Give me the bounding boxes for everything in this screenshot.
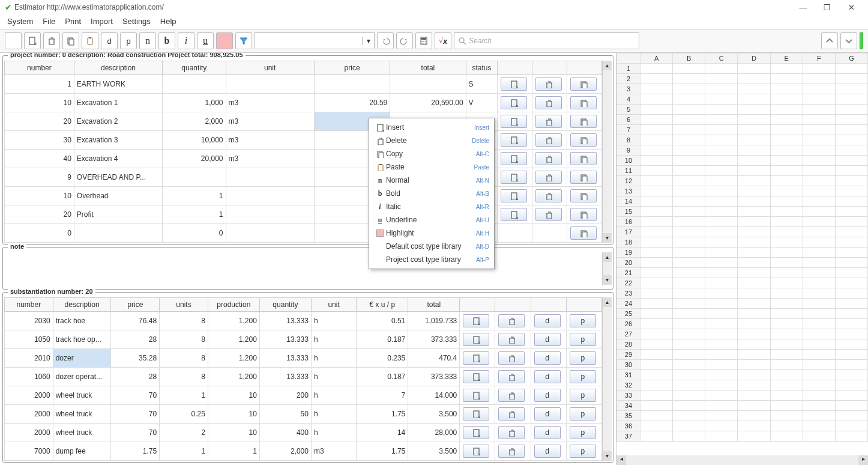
sheet-row-header[interactable]: 16 <box>617 217 640 227</box>
row-insert-button[interactable] <box>501 171 527 184</box>
sheet-cell[interactable] <box>738 166 770 176</box>
sheet-cell[interactable] <box>738 156 770 166</box>
sheet-cell[interactable] <box>705 411 738 421</box>
row-copy-button[interactable] <box>570 115 597 128</box>
row-insert-button[interactable] <box>501 133 527 147</box>
sheet-cell[interactable] <box>835 411 867 421</box>
menu-help[interactable]: Help <box>160 17 176 26</box>
sheet-cell[interactable] <box>673 421 705 431</box>
project-col-header[interactable]: status <box>466 61 498 75</box>
sub-row[interactable]: 1050track hoe op...2881,20013.333h0.1873… <box>5 330 602 349</box>
project-col-header[interactable]: price <box>314 61 390 75</box>
sub-row[interactable]: 2010dozer35.2881,20013.333h0.235470.4dp <box>5 349 602 368</box>
sheet-row-header[interactable]: 36 <box>617 421 640 431</box>
sheet-cell[interactable] <box>640 401 672 411</box>
sub-insert-button[interactable] <box>463 426 489 439</box>
sheet-cell[interactable] <box>738 258 770 268</box>
sheet-cell[interactable] <box>803 84 835 94</box>
new-doc-button[interactable] <box>24 32 41 49</box>
sub-d-button[interactable]: d <box>534 351 561 365</box>
sheet-cell[interactable] <box>640 391 672 401</box>
context-menu[interactable]: InsertInsertDeleteDeleteCopyAlt-CPastePa… <box>369 118 495 269</box>
sheet-cell[interactable] <box>673 74 705 84</box>
sheet-row-header[interactable]: 27 <box>617 329 640 339</box>
sheet-cell[interactable] <box>705 166 738 176</box>
close-button[interactable]: ✕ <box>839 3 863 12</box>
context-menu-item[interactable]: nNormalAlt-N <box>369 174 494 187</box>
sheet-cell[interactable] <box>803 207 835 217</box>
sheet-cell[interactable] <box>770 401 803 411</box>
collapse-up-button[interactable] <box>821 32 838 49</box>
sheet-row-header[interactable]: 10 <box>617 156 640 166</box>
sub-delete-button[interactable] <box>498 407 525 421</box>
sheet-cell[interactable] <box>835 105 867 115</box>
sheet-cell[interactable] <box>673 370 705 380</box>
sheet-cell[interactable] <box>640 319 672 329</box>
context-menu-item[interactable]: CopyAlt-C <box>369 147 494 160</box>
sheet-row-header[interactable]: 20 <box>617 258 640 268</box>
sheet-cell[interactable] <box>803 401 835 411</box>
sub-d-button[interactable]: d <box>534 407 561 421</box>
sheet-row-header[interactable]: 17 <box>617 227 640 237</box>
sheet-cell[interactable] <box>705 329 738 339</box>
sheet-cell[interactable] <box>705 370 738 380</box>
copy-button[interactable] <box>62 32 79 49</box>
undo-button[interactable] <box>377 32 394 49</box>
sheet-cell[interactable] <box>640 105 672 115</box>
normal-button[interactable]: n <box>139 32 156 49</box>
sheet-cell[interactable] <box>770 186 803 196</box>
sheet-cell[interactable] <box>640 217 672 227</box>
sub-p-button[interactable]: p <box>570 314 596 327</box>
sheet-cell[interactable] <box>835 401 867 411</box>
sheet-cell[interactable] <box>738 186 770 196</box>
sheet-cell[interactable] <box>640 186 672 196</box>
sheet-cell[interactable] <box>673 227 705 237</box>
sheet-cell[interactable] <box>640 431 672 442</box>
sheet-cell[interactable] <box>803 217 835 227</box>
sheet-cell[interactable] <box>705 64 738 74</box>
sheet-cell[interactable] <box>770 115 803 125</box>
sheet-cell[interactable] <box>835 278 867 288</box>
sub-delete-button[interactable] <box>498 370 525 383</box>
sheet-row-header[interactable]: 19 <box>617 248 640 258</box>
menu-print[interactable]: Print <box>65 17 81 26</box>
sheet-cell[interactable] <box>705 431 738 442</box>
sub-row[interactable]: 2030track hoe76.4881,20013.333h0.511,019… <box>5 312 602 330</box>
row-delete-button[interactable] <box>535 96 562 109</box>
row-delete-button[interactable] <box>535 78 562 91</box>
maximize-button[interactable]: ❐ <box>815 3 839 12</box>
sheet-cell[interactable] <box>640 268 672 278</box>
sheet-cell[interactable] <box>705 115 738 125</box>
delete-button[interactable] <box>43 32 60 49</box>
sheet-cell[interactable] <box>738 370 770 380</box>
sheet-cell[interactable] <box>705 105 738 115</box>
sheet-cell[interactable] <box>705 145 738 156</box>
calculator-button[interactable] <box>415 32 432 49</box>
sheet-cell[interactable] <box>640 125 672 135</box>
row-insert-button[interactable] <box>501 208 527 221</box>
sheet-row-header[interactable]: 2 <box>617 74 640 84</box>
sub-d-button[interactable]: d <box>534 333 561 346</box>
sub-col-header[interactable]: price <box>111 298 160 312</box>
p-button[interactable]: p <box>120 32 137 49</box>
sheet-cell[interactable] <box>640 278 672 288</box>
sheet-cell[interactable] <box>770 166 803 176</box>
sub-p-button[interactable]: p <box>570 407 596 421</box>
sheet-cell[interactable] <box>738 401 770 411</box>
sheet-cell[interactable] <box>673 329 705 339</box>
sheet-row-header[interactable]: 33 <box>617 391 640 401</box>
sheet-cell[interactable] <box>835 421 867 431</box>
sheet-cell[interactable] <box>835 176 867 186</box>
row-copy-button[interactable] <box>570 96 597 109</box>
sheet-cell[interactable] <box>835 186 867 196</box>
sheet-cell[interactable] <box>640 237 672 248</box>
sheet-cell[interactable] <box>738 391 770 401</box>
sheet-cell[interactable] <box>803 105 835 115</box>
row-copy-button[interactable] <box>570 189 597 202</box>
sheet-cell[interactable] <box>640 176 672 186</box>
sheet-cell[interactable] <box>835 391 867 401</box>
expand-down-button[interactable] <box>840 32 857 49</box>
sheet-cell[interactable] <box>770 135 803 145</box>
sheet-cell[interactable] <box>738 176 770 186</box>
sheet-cell[interactable] <box>770 176 803 186</box>
